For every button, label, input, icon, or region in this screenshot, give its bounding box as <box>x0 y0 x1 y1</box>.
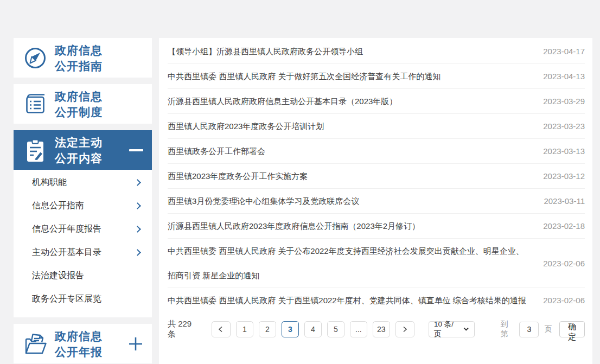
submenu-item-org-functions[interactable]: 机构职能 <box>14 171 152 194</box>
article-row: 沂源县西里镇人民政府政府信息主动公开基本目录（2023年版） 2023-03-2… <box>168 89 585 114</box>
sidebar-item-label: 政府信息 公开指南 <box>55 42 103 74</box>
book-icon <box>22 91 48 117</box>
article-date: 2023-03-12 <box>543 164 585 188</box>
page-button-4[interactable]: 4 <box>304 321 322 337</box>
article-link[interactable]: 中共西里镇委 西里镇人民政府 关于做好第五次全国经济普查有关工作的通知 <box>168 64 543 88</box>
page-button-2[interactable]: 2 <box>259 321 276 337</box>
sidebar-item-gov-info-system[interactable]: 政府信息 公开制度 <box>14 84 152 124</box>
chevron-right-icon <box>401 326 408 333</box>
collapse-minus-icon[interactable] <box>129 149 143 151</box>
submenu-item-special-zone[interactable]: 政务公开专区展览 <box>14 288 152 311</box>
goto-page-input[interactable] <box>519 322 539 337</box>
compass-icon <box>22 45 48 71</box>
submenu-item-law-report[interactable]: 法治建设报告 <box>14 264 152 288</box>
article-date: 2023-02-06 <box>543 288 585 312</box>
article-row: 中共西里镇委 西里镇人民政府 关于公布2022年度支持西里经济社会发展突出贡献企… <box>168 239 585 288</box>
article-link[interactable]: 沂源县西里镇人民政府政府信息主动公开基本目录（2023年版） <box>168 89 543 113</box>
sidebar: 政府信息 公开指南 政府信息 公开制度 法定主动 <box>14 38 152 364</box>
page-size-select[interactable]: 10 条/页 <box>429 321 475 337</box>
article-link[interactable]: 西里镇人民政府2023年度政务公开培训计划 <box>168 114 543 138</box>
article-row: 沂源县西里镇人民政府2023年度政府信息公开指南（2023年2月修订） 2023… <box>168 214 585 239</box>
submenu-label: 信息公开年度报告 <box>32 223 101 235</box>
page-ellipsis-button[interactable]: ... <box>350 321 367 337</box>
sidebar-item-statutory-disclosure[interactable]: 法定主动 公开内容 <box>14 130 152 170</box>
submenu-label: 法治建设报告 <box>32 270 84 282</box>
article-date: 2023-03-13 <box>543 139 585 163</box>
article-row: 中共西里镇委 西里镇人民政府 关于做好第五次全国经济普查有关工作的通知 2023… <box>168 64 585 89</box>
article-row: 【领导小组】沂源县西里镇人民政府政务公开领导小组 2023-04-17 <box>168 39 585 64</box>
article-row: 西里镇政务公开工作部署会 2023-03-13 <box>168 139 585 164</box>
article-date: 2023-03-23 <box>543 114 585 138</box>
sidebar-item-label: 政府信息 公开年报 <box>55 328 103 360</box>
submenu-label: 机构职能 <box>32 177 67 188</box>
article-row: 西里镇2023年度政务公开工作实施方案 2023-03-12 <box>168 164 585 189</box>
submenu-item-info-guide[interactable]: 信息公开指南 <box>14 194 152 218</box>
page-button-5[interactable]: 5 <box>327 321 344 337</box>
page-size-label: 10 条/页 <box>434 320 459 339</box>
article-date: 2023-04-13 <box>543 64 585 88</box>
article-row: 西里镇3月份党委理论中心组集体学习及党政联席会议 2023-03-11 <box>168 189 585 214</box>
article-link[interactable]: 沂源县西里镇人民政府2023年度政府信息公开指南（2023年2月修订） <box>168 214 543 238</box>
sidebar-item-label: 法定主动 公开内容 <box>55 135 103 166</box>
article-date: 2023-03-29 <box>543 89 585 113</box>
article-link[interactable]: 西里镇2023年度政务公开工作实施方案 <box>168 164 543 188</box>
article-link[interactable]: 中共西里镇委 西里镇人民政府 关于西里镇2022年度村、党建共同体、镇直单位 综… <box>168 288 543 312</box>
article-list-panel: 【领导小组】沂源县西里镇人民政府政务公开领导小组 2023-04-17 中共西里… <box>159 38 592 364</box>
sidebar-item-gov-info-guide[interactable]: 政府信息 公开指南 <box>14 38 152 78</box>
submenu-item-annual-report[interactable]: 信息公开年度报告 <box>14 218 152 241</box>
goto-suffix-label: 页 <box>544 324 552 334</box>
sidebar-item-gov-info-annual[interactable]: 政府信息 公开年报 <box>14 324 152 363</box>
chevron-right-icon <box>134 179 141 186</box>
submenu-label: 主动公开基本目录 <box>32 247 101 258</box>
goto-prefix-label: 到第 <box>501 320 514 339</box>
sidebar-submenu: 机构职能 信息公开指南 信息公开年度报告 主动公开基本目录 法治建设报告 政务公… <box>14 170 152 317</box>
prev-page-button[interactable] <box>212 321 231 337</box>
total-count-label: 共 229 条 <box>168 319 201 340</box>
article-date: 2023-03-11 <box>544 189 585 213</box>
chevron-right-icon <box>134 202 141 209</box>
goto-page-group: 到第 页 确定 <box>501 320 585 339</box>
chevron-right-icon <box>134 226 141 233</box>
article-row: 中共西里镇委 西里镇人民政府 关于西里镇2022年度村、党建共同体、镇直单位 综… <box>168 288 585 312</box>
article-date: 2023-04-17 <box>543 39 585 63</box>
article-list: 【领导小组】沂源县西里镇人民政府政务公开领导小组 2023-04-17 中共西里… <box>168 39 585 312</box>
confirm-button[interactable]: 确定 <box>559 321 585 337</box>
submenu-label: 政务公开专区展览 <box>32 293 101 305</box>
article-link[interactable]: 中共西里镇委 西里镇人民政府 关于公布2022年度支持西里经济社会发展突出贡献企… <box>168 239 543 288</box>
clipboard-icon <box>22 137 48 163</box>
page-button-1[interactable]: 1 <box>236 321 253 337</box>
sidebar-item-label: 政府信息 公开制度 <box>55 88 103 120</box>
chevron-right-icon <box>134 249 141 256</box>
pagination-bar: 共 229 条 1 2 3 4 5 ... 23 10 条/页 到第 页 <box>168 319 585 340</box>
submenu-item-basic-catalog[interactable]: 主动公开基本目录 <box>14 241 152 264</box>
article-link[interactable]: 【领导小组】沂源县西里镇人民政府政务公开领导小组 <box>168 39 543 63</box>
chevron-left-icon <box>218 326 224 333</box>
chevron-down-icon <box>463 327 469 331</box>
submenu-label: 信息公开指南 <box>32 200 84 212</box>
page-button-23[interactable]: 23 <box>373 321 390 337</box>
next-page-button[interactable] <box>395 321 414 337</box>
article-date: 2023-02-06 <box>543 251 585 276</box>
article-row: 西里镇人民政府2023年度政务公开培训计划 2023-03-23 <box>168 114 585 139</box>
page-button-3-active[interactable]: 3 <box>282 321 299 337</box>
article-link[interactable]: 西里镇3月份党委理论中心组集体学习及党政联席会议 <box>168 189 544 213</box>
article-link[interactable]: 西里镇政务公开工作部署会 <box>168 139 543 163</box>
expand-plus-icon[interactable] <box>128 336 143 352</box>
folder-icon <box>22 331 48 357</box>
article-date: 2023-02-18 <box>543 214 585 238</box>
